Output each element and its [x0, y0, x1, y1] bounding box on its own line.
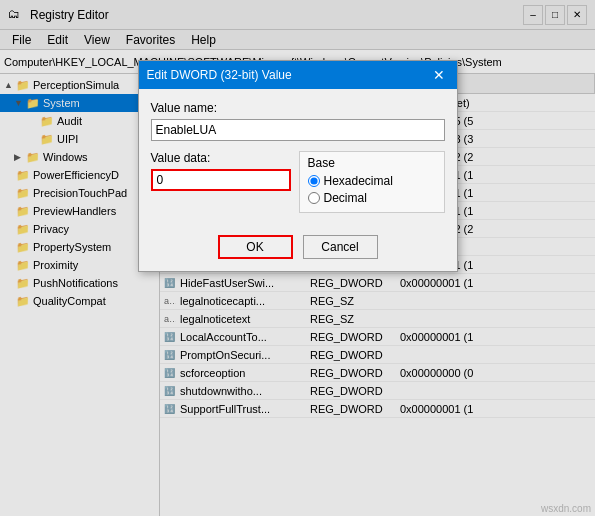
dialog-buttons: OK Cancel	[139, 231, 457, 271]
dialog-row: Value data: Base Hexadecimal Decimal	[151, 151, 445, 213]
cancel-button[interactable]: Cancel	[303, 235, 378, 259]
base-group: Base Hexadecimal Decimal	[299, 151, 445, 213]
watermark: wsxdn.com	[541, 503, 591, 514]
hexadecimal-radio-label[interactable]: Hexadecimal	[308, 174, 436, 188]
dialog-close-button[interactable]: ✕	[429, 65, 449, 85]
decimal-label: Decimal	[324, 191, 367, 205]
edit-dword-dialog: Edit DWORD (32-bit) Value ✕ Value name: …	[138, 60, 458, 272]
value-name-label: Value name:	[151, 101, 445, 115]
hexadecimal-radio[interactable]	[308, 175, 320, 187]
dialog-overlay: Edit DWORD (32-bit) Value ✕ Value name: …	[0, 0, 595, 516]
ok-button[interactable]: OK	[218, 235, 293, 259]
decimal-radio[interactable]	[308, 192, 320, 204]
dialog-body: Value name: Value data: Base Hexadecimal…	[139, 89, 457, 231]
dialog-title-bar: Edit DWORD (32-bit) Value ✕	[139, 61, 457, 89]
decimal-radio-label[interactable]: Decimal	[308, 191, 436, 205]
hexadecimal-label: Hexadecimal	[324, 174, 393, 188]
value-data-label: Value data:	[151, 151, 291, 165]
dialog-title-text: Edit DWORD (32-bit) Value	[147, 68, 292, 82]
base-title: Base	[308, 156, 436, 170]
value-name-input[interactable]	[151, 119, 445, 141]
value-data-input[interactable]	[151, 169, 291, 191]
value-data-column: Value data:	[151, 151, 291, 213]
